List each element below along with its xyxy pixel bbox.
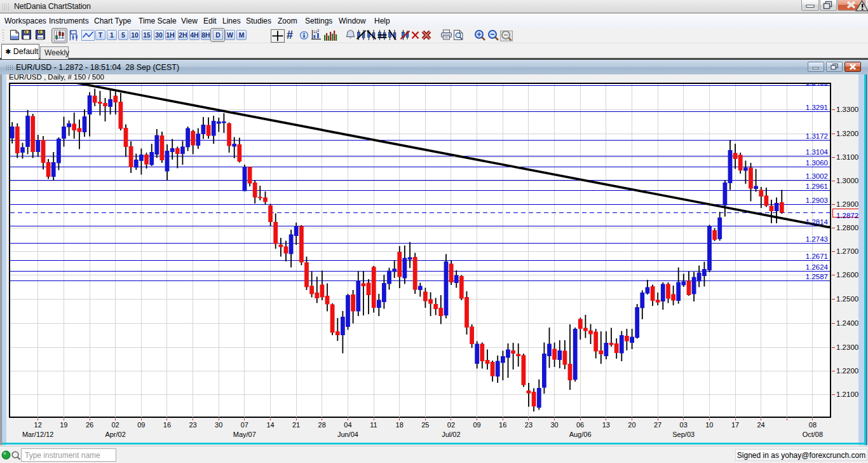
svg-text:1.3172: 1.3172 [806, 132, 828, 140]
svg-text:1.2903: 1.2903 [806, 197, 828, 204]
svg-text:1.2961: 1.2961 [806, 183, 828, 190]
svg-text:1.3002: 1.3002 [806, 172, 828, 180]
svg-text:1.2671: 1.2671 [806, 252, 828, 260]
svg-text:1.2587: 1.2587 [806, 273, 828, 280]
svg-text:1.3400: 1.3400 [806, 84, 828, 86]
svg-text:1.3060: 1.3060 [806, 159, 828, 167]
svg-text:1.3104: 1.3104 [806, 148, 829, 156]
svg-text:1.2624: 1.2624 [806, 263, 829, 271]
svg-text:1.2814: 1.2814 [806, 218, 829, 226]
svg-text:3: 3 [317, 29, 320, 32]
svg-text:1.2743: 1.2743 [806, 235, 828, 243]
svg-text:1.3291: 1.3291 [806, 104, 828, 111]
